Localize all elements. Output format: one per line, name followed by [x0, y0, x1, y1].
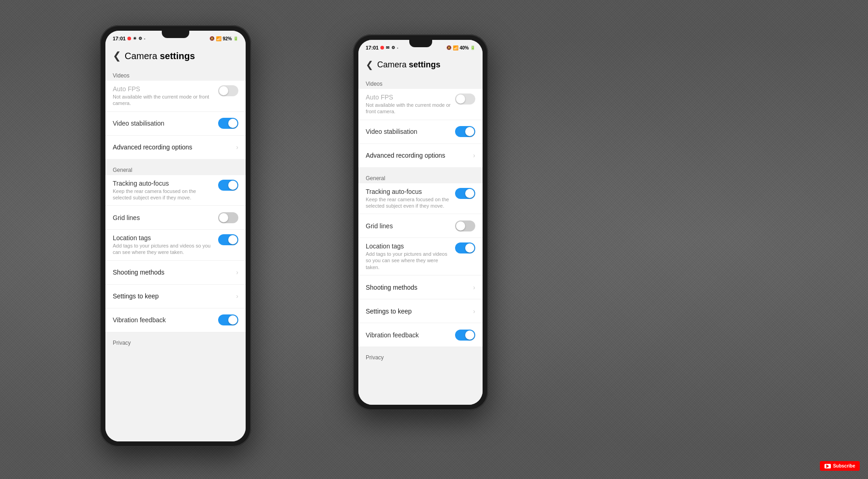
- tracking-af-item-right[interactable]: Tracking auto-focus Keep the rear camera…: [358, 183, 483, 215]
- shooting-methods-arrow-right: ›: [473, 284, 475, 291]
- status-icons-left: 🔕 📶 92% 🔋: [209, 36, 238, 41]
- grid-lines-knob-left: [219, 213, 228, 222]
- shooting-methods-title-right: Shooting methods: [366, 284, 469, 291]
- vibration-toggle-left[interactable]: [218, 314, 238, 325]
- page-title-right: Camera settings: [377, 60, 440, 70]
- vibration-toggle-right[interactable]: [455, 330, 475, 341]
- shooting-methods-title-left: Shooting methods: [113, 269, 232, 276]
- section-general-right: General: [358, 171, 483, 183]
- location-tags-toggle-right[interactable]: [455, 242, 475, 253]
- divider-right-1: [358, 168, 483, 171]
- subscribe-label: Subscribe: [833, 463, 855, 468]
- auto-fps-item-right[interactable]: Auto FPS Not available with the current …: [358, 89, 483, 120]
- phone-left: 17:01 ☀ ⚙ • 🔕 📶 92% 🔋 ❮ Camera settings: [100, 25, 251, 447]
- settings-keep-arrow-right: ›: [473, 308, 475, 315]
- section-privacy-left: Privacy: [105, 336, 246, 348]
- phone-right-notch: [409, 40, 432, 47]
- grid-lines-item-right[interactable]: Grid lines: [358, 214, 483, 238]
- settings-keep-arrow-left: ›: [236, 292, 238, 300]
- youtube-icon: [824, 464, 831, 468]
- section-privacy-right: Privacy: [358, 351, 483, 363]
- video-stab-item-left[interactable]: Video stabilisation: [105, 112, 246, 136]
- auto-fps-knob-right: [456, 94, 465, 104]
- auto-fps-title-left: Auto FPS: [113, 85, 214, 93]
- adv-rec-title-right: Advanced recording options: [366, 152, 469, 159]
- location-tags-knob-left: [228, 235, 237, 244]
- youtube-subscribe-badge[interactable]: Subscribe: [820, 461, 860, 471]
- vibration-item-left[interactable]: Vibration feedback: [105, 308, 246, 332]
- status-icons-right: 🔕 📶 40% 🔋: [446, 45, 475, 50]
- back-button-right[interactable]: ❮: [366, 59, 374, 70]
- video-stab-toggle-left[interactable]: [218, 118, 238, 129]
- auto-fps-desc-left: Not available with the current mode or f…: [113, 94, 214, 107]
- video-stab-toggle-right[interactable]: [455, 126, 475, 137]
- settings-keep-title-right: Settings to keep: [366, 308, 469, 315]
- tracking-af-title-right: Tracking auto-focus: [366, 188, 451, 195]
- video-stab-title-left: Video stabilisation: [113, 120, 214, 127]
- phone-right: 17:01 ✉ ⚙ • 🔕 📶 40% 🔋 ❮ Camera settings: [353, 34, 488, 410]
- location-tags-desc-right: Add tags to your pictures and videos so …: [366, 251, 451, 270]
- grid-lines-toggle-right[interactable]: [455, 220, 475, 231]
- grid-lines-item-left[interactable]: Grid lines: [105, 206, 246, 230]
- auto-fps-desc-right: Not available with the current mode or f…: [366, 102, 451, 115]
- grid-lines-title-right: Grid lines: [366, 222, 451, 230]
- video-stab-knob-right: [465, 127, 474, 136]
- silent-icon-left: 🔕: [209, 36, 214, 41]
- auto-fps-item-left[interactable]: Auto FPS Not available with the current …: [105, 81, 246, 112]
- tracking-af-desc-left: Keep the rear camera focused on the sele…: [113, 188, 214, 201]
- vibration-knob-left: [228, 315, 237, 325]
- grid-lines-knob-right: [456, 221, 465, 231]
- auto-fps-text-left: Auto FPS Not available with the current …: [113, 85, 218, 107]
- status-red-dot-left: [127, 37, 131, 40]
- section-videos-right: Videos: [358, 77, 483, 89]
- phone-left-notch: [162, 31, 189, 38]
- adv-rec-arrow-left: ›: [236, 143, 238, 151]
- vibration-title-left: Vibration feedback: [113, 316, 214, 324]
- location-tags-toggle-left[interactable]: [218, 234, 238, 245]
- video-stab-title-right: Video stabilisation: [366, 128, 451, 135]
- divider-left-2: [105, 332, 246, 336]
- location-tags-title-right: Location tags: [366, 242, 451, 250]
- location-tags-item-right[interactable]: Location tags Add tags to your pictures …: [358, 238, 483, 275]
- location-tags-item-left[interactable]: Location tags Add tags to your pictures …: [105, 230, 246, 261]
- tracking-af-desc-right: Keep the rear camera focused on the sele…: [366, 196, 451, 209]
- status-red-dot-right: [380, 46, 384, 50]
- auto-fps-toggle-right[interactable]: [455, 94, 475, 105]
- section-videos-left: Videos: [105, 69, 246, 81]
- divider-right-2: [358, 347, 483, 351]
- tracking-af-knob-right: [465, 189, 474, 198]
- tracking-af-toggle-left[interactable]: [218, 180, 238, 191]
- auto-fps-toggle-left[interactable]: [218, 85, 238, 96]
- back-button-left[interactable]: ❮: [113, 50, 121, 62]
- vibration-item-right[interactable]: Vibration feedback: [358, 323, 483, 347]
- tracking-af-item-left[interactable]: Tracking auto-focus Keep the rear camera…: [105, 175, 246, 206]
- auto-fps-knob-left: [219, 86, 228, 95]
- phone-left-screen: 17:01 ☀ ⚙ • 🔕 📶 92% 🔋 ❮ Camera settings: [105, 31, 246, 441]
- tracking-af-toggle-right[interactable]: [455, 188, 475, 199]
- auto-fps-title-right: Auto FPS: [366, 94, 451, 101]
- page-title-left: Camera settings: [125, 51, 195, 61]
- phone-right-content: Videos Auto FPS Not available with the c…: [358, 75, 483, 405]
- settings-keep-item-left[interactable]: Settings to keep ›: [105, 285, 246, 308]
- adv-rec-item-right[interactable]: Advanced recording options ›: [358, 144, 483, 168]
- adv-rec-arrow-right: ›: [473, 152, 475, 159]
- shooting-methods-item-left[interactable]: Shooting methods ›: [105, 261, 246, 285]
- status-time-left: 17:01 ☀ ⚙ •: [113, 36, 145, 41]
- phone-left-header: ❮ Camera settings: [105, 44, 246, 66]
- tracking-af-knob-left: [228, 181, 237, 190]
- grid-lines-toggle-left[interactable]: [218, 212, 238, 223]
- video-stab-knob-left: [228, 119, 237, 128]
- adv-rec-item-left[interactable]: Advanced recording options ›: [105, 136, 246, 160]
- settings-keep-item-right[interactable]: Settings to keep ›: [358, 299, 483, 323]
- phone-left-content: Videos Auto FPS Not available with the c…: [105, 66, 246, 441]
- settings-keep-title-left: Settings to keep: [113, 292, 232, 300]
- vibration-knob-right: [465, 330, 474, 340]
- phone-right-header: ❮ Camera settings: [358, 54, 483, 75]
- shooting-methods-item-right[interactable]: Shooting methods ›: [358, 275, 483, 299]
- phone-right-screen: 17:01 ✉ ⚙ • 🔕 📶 40% 🔋 ❮ Camera settings: [358, 40, 483, 405]
- grid-lines-title-left: Grid lines: [113, 214, 214, 221]
- vibration-title-right: Vibration feedback: [366, 331, 451, 339]
- silent-icon-right: 🔕: [446, 45, 451, 50]
- wifi-icon-left: 📶: [216, 36, 221, 41]
- video-stab-item-right[interactable]: Video stabilisation: [358, 120, 483, 144]
